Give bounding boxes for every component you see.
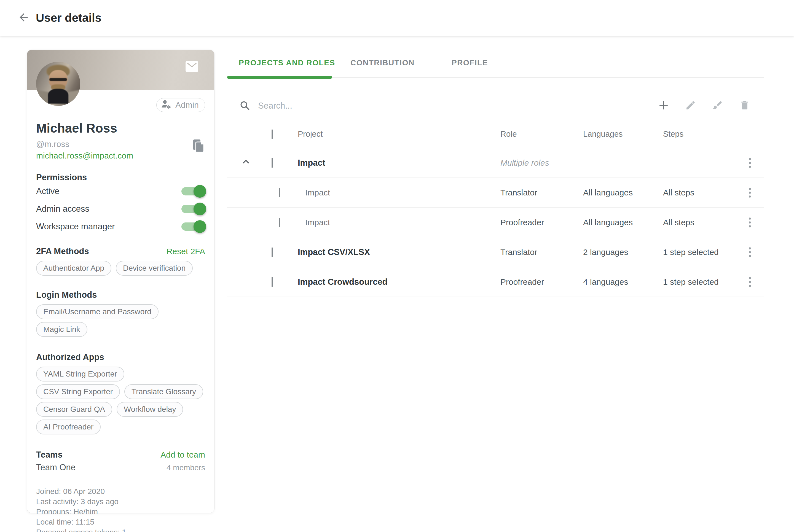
table-row-impact-csv-xlsx: Impact CSV/XLSX Translator 2 languages 1… bbox=[227, 238, 764, 267]
languages-value: All languages bbox=[583, 188, 663, 197]
twofa-chip: Authenticator App bbox=[36, 261, 111, 276]
project-name: Impact Crowdsourced bbox=[298, 277, 500, 287]
delete-button[interactable] bbox=[739, 100, 751, 112]
languages-value: All languages bbox=[583, 218, 663, 227]
toggle-knob bbox=[193, 203, 206, 215]
row-checkbox[interactable] bbox=[279, 188, 280, 197]
languages-value: 2 languages bbox=[583, 248, 663, 257]
table-row-impact-translator: Impact Translator All languages All step… bbox=[227, 178, 764, 208]
permission-row-workspace-manager: Workspace manager bbox=[36, 218, 205, 235]
mail-icon bbox=[186, 68, 198, 73]
pencil-icon bbox=[685, 100, 696, 112]
row-menu-button[interactable] bbox=[744, 157, 755, 169]
authorized-app-chip: Workflow delay bbox=[117, 402, 183, 417]
role-value: Translator bbox=[500, 248, 583, 257]
broom-icon bbox=[712, 100, 723, 112]
row-menu-button[interactable] bbox=[744, 216, 755, 229]
workspace-manager-toggle[interactable] bbox=[182, 223, 205, 231]
search-icon bbox=[239, 100, 250, 111]
table-row-impact-proofreader: Impact Proofreader All languages All ste… bbox=[227, 208, 764, 238]
project-name: Impact CSV/XLSX bbox=[298, 247, 500, 257]
row-checkbox[interactable] bbox=[271, 248, 273, 257]
project-name: Impact bbox=[298, 158, 500, 168]
tab-contribution[interactable]: CONTRIBUTION bbox=[351, 58, 415, 67]
authorized-app-chips: YAML String Exporter CSV String Exporter… bbox=[36, 367, 205, 434]
user-handle: @m.ross bbox=[36, 139, 205, 149]
admin-badge-label: Admin bbox=[175, 100, 199, 110]
add-button[interactable] bbox=[658, 100, 669, 112]
permission-row-active: Active bbox=[36, 183, 205, 200]
table-header: Project Role Languages Steps bbox=[227, 120, 764, 148]
project-name: Impact bbox=[298, 188, 500, 197]
login-methods-heading: Login Methods bbox=[36, 290, 205, 300]
twofa-chip: Device verification bbox=[116, 261, 193, 276]
column-languages: Languages bbox=[583, 130, 663, 139]
toggle-knob bbox=[193, 185, 206, 198]
toggle-knob bbox=[193, 220, 206, 233]
active-tab-indicator bbox=[227, 76, 332, 79]
role-value: Proofreader bbox=[500, 277, 583, 287]
team-members-count: 4 members bbox=[167, 463, 205, 472]
send-email-button[interactable] bbox=[186, 61, 198, 72]
steps-value: 1 step selected bbox=[663, 277, 744, 287]
arrow-left-icon bbox=[18, 11, 30, 24]
role-value: Proofreader bbox=[500, 218, 583, 227]
authorized-apps-heading: Authorized Apps bbox=[36, 352, 205, 362]
table-row-impact-crowdsourced: Impact Crowdsourced Proofreader 4 langua… bbox=[227, 267, 764, 297]
admin-user-gear-icon bbox=[161, 99, 172, 111]
column-project: Project bbox=[298, 130, 500, 139]
meta-joined: Joined: 06 Apr 2020 bbox=[36, 486, 205, 496]
detail-panel: PROJECTS AND ROLES CONTRIBUTION PROFILE bbox=[227, 51, 764, 297]
authorized-app-chip: AI Proofreader bbox=[36, 420, 101, 434]
back-button[interactable] bbox=[17, 11, 30, 24]
authorized-app-chip: CSV String Exporter bbox=[36, 384, 120, 399]
table-row-group-impact: Impact Multiple roles bbox=[227, 148, 764, 178]
role-value: Multiple roles bbox=[500, 158, 583, 168]
authorized-app-chip: Translate Glossary bbox=[124, 384, 203, 399]
row-menu-button[interactable] bbox=[744, 187, 755, 199]
tab-profile[interactable]: PROFILE bbox=[452, 58, 488, 67]
project-name: Impact bbox=[298, 218, 500, 227]
table-toolbar bbox=[227, 92, 764, 120]
meta-last-activity: Last activity: 3 days ago bbox=[36, 496, 205, 507]
meta-access-tokens: Personal access tokens: 1 bbox=[36, 527, 205, 532]
row-checkbox[interactable] bbox=[279, 218, 280, 227]
collapse-button[interactable] bbox=[241, 159, 251, 168]
row-checkbox[interactable] bbox=[271, 158, 273, 168]
steps-value: All steps bbox=[663, 188, 744, 197]
row-menu-button[interactable] bbox=[744, 246, 755, 258]
tab-projects-and-roles[interactable]: PROJECTS AND ROLES bbox=[239, 58, 335, 67]
add-to-team-link[interactable]: Add to team bbox=[160, 450, 205, 459]
tab-bar: PROJECTS AND ROLES CONTRIBUTION PROFILE bbox=[227, 51, 764, 78]
permission-label: Admin access bbox=[36, 204, 89, 214]
meta-local-time: Local time: 11:15 bbox=[36, 517, 205, 527]
languages-value: 4 languages bbox=[583, 277, 663, 287]
team-name: Team One bbox=[36, 462, 76, 473]
admin-access-toggle[interactable] bbox=[182, 205, 205, 213]
reset-2fa-link[interactable]: Reset 2FA bbox=[167, 247, 205, 256]
edit-button[interactable] bbox=[685, 100, 696, 112]
column-steps: Steps bbox=[663, 130, 744, 139]
team-row[interactable]: Team One 4 members bbox=[36, 462, 205, 473]
top-bar: User details bbox=[0, 0, 794, 36]
login-method-chip: Magic Link bbox=[36, 322, 88, 337]
authorized-app-chip: YAML String Exporter bbox=[36, 367, 124, 381]
copy-email-button[interactable] bbox=[192, 139, 205, 153]
copy-icon bbox=[192, 149, 205, 154]
permission-label: Active bbox=[36, 186, 59, 196]
user-details-page: User details bbox=[0, 0, 794, 532]
user-meta: Joined: 06 Apr 2020 Last activity: 3 day… bbox=[36, 486, 205, 532]
twofa-heading: 2FA Methods bbox=[36, 246, 89, 256]
login-method-chips: Email/Username and Password Magic Link bbox=[36, 304, 205, 337]
user-card: Admin Michael Ross @m.ross michael.ross@… bbox=[27, 50, 214, 513]
row-checkbox[interactable] bbox=[271, 277, 273, 287]
meta-pronouns: Pronouns: He/him bbox=[36, 507, 205, 517]
steps-value: All steps bbox=[663, 218, 744, 227]
active-toggle[interactable] bbox=[182, 187, 205, 195]
select-all-checkbox[interactable] bbox=[271, 130, 273, 139]
user-email-link[interactable]: michael.ross@impact.com bbox=[36, 151, 205, 160]
clear-filters-button[interactable] bbox=[712, 100, 723, 112]
permission-label: Workspace manager bbox=[36, 222, 115, 231]
row-menu-button[interactable] bbox=[744, 276, 755, 288]
search-input[interactable] bbox=[258, 98, 507, 113]
